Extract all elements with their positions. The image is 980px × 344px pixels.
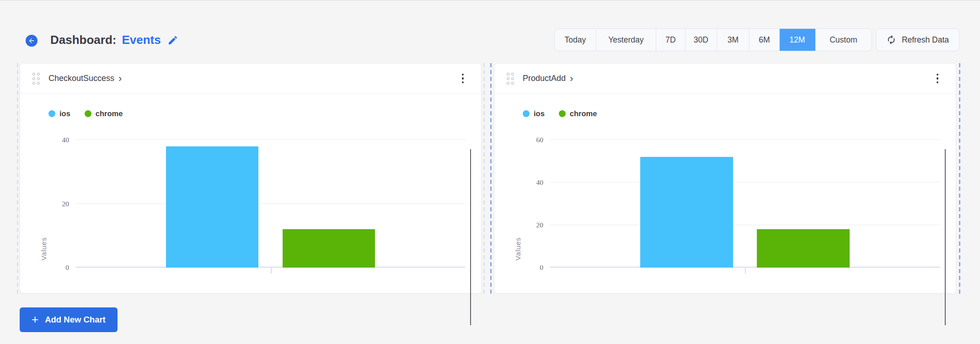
page-top-border <box>0 0 980 1</box>
chart-card-productadd: ProductAdd › ioschrome Values 0204060 <box>494 63 956 294</box>
y-tick-label: 0 <box>516 263 543 272</box>
card-title: CheckoutSuccess <box>48 74 114 83</box>
legend-item-ios[interactable]: ios <box>523 109 545 118</box>
time-range-yesterday[interactable]: Yesterday <box>596 29 656 51</box>
legend-dot-icon <box>523 110 530 117</box>
y-tick-label: 0 <box>42 263 69 272</box>
bar-chart-productadd: 0204060 <box>550 140 940 268</box>
card-title-link[interactable]: ProductAdd › <box>523 74 573 84</box>
y-axis-label: Values <box>514 237 522 260</box>
dashboard-header: Dashboard: Events <box>26 28 178 47</box>
gridline <box>550 182 940 183</box>
arrow-left-icon <box>28 37 35 44</box>
legend-dot-icon <box>85 110 91 117</box>
card-header: ProductAdd › <box>494 64 956 94</box>
legend-item-ios[interactable]: ios <box>48 109 70 118</box>
legend-item-chrome[interactable]: chrome <box>559 109 597 118</box>
chart-card-checkoutsuccess: CheckoutSuccess › ioschrome Values 02040 <box>20 63 482 294</box>
pencil-icon <box>167 35 178 46</box>
x-axis-tick <box>271 268 272 274</box>
chart-legend: ioschrome <box>523 109 956 118</box>
drag-handle-icon[interactable] <box>507 73 514 85</box>
y-tick-label: 40 <box>516 178 543 187</box>
bar-ios <box>166 146 259 268</box>
bar-chart-checkoutsuccess: 02040 <box>76 140 465 268</box>
y-tick-label: 40 <box>42 136 69 144</box>
refresh-data-label: Refresh Data <box>902 35 949 45</box>
bar-ios <box>640 157 733 268</box>
y-tick-label: 20 <box>42 200 69 208</box>
grid-separator-middle-gray <box>483 63 485 296</box>
legend-label: chrome <box>96 109 123 118</box>
card-menu-kebab-icon[interactable] <box>935 72 941 86</box>
add-new-chart-label: Add New Chart <box>45 315 106 325</box>
back-button[interactable] <box>26 35 37 47</box>
time-range-12m[interactable]: 12M <box>780 29 815 51</box>
legend-label: ios <box>534 109 545 118</box>
card-body: ioschrome Values 02040 <box>20 109 481 309</box>
legend-label: ios <box>59 109 70 118</box>
plus-icon: + <box>32 313 38 325</box>
time-range-30d[interactable]: 30D <box>685 29 717 51</box>
time-range-group: Today Yesterday 7D 30D 3M 6M 12M Custom <box>554 28 872 51</box>
gridline <box>76 140 465 140</box>
card-scrollbar[interactable] <box>470 149 471 325</box>
x-axis-tick <box>745 268 746 274</box>
grid-separator-middle-blue <box>490 63 492 296</box>
page-title-label: Dashboard: <box>50 33 116 47</box>
refresh-sync-icon <box>886 35 896 45</box>
y-axis-label: Values <box>40 237 48 260</box>
time-range-custom[interactable]: Custom <box>815 29 872 51</box>
card-title: ProductAdd <box>523 74 566 83</box>
y-tick-label: 20 <box>516 221 543 229</box>
legend-dot-icon <box>48 110 55 117</box>
page-title: Dashboard: Events <box>50 33 178 47</box>
time-range-controls: Today Yesterday 7D 30D 3M 6M 12M Custom … <box>554 28 959 51</box>
chevron-right-icon: › <box>570 74 573 84</box>
y-tick-label: 60 <box>516 136 543 144</box>
grid-separator-left <box>17 63 18 296</box>
edit-dashboard-button[interactable] <box>167 35 178 46</box>
refresh-data-button[interactable]: Refresh Data <box>876 28 959 51</box>
dashboard-name: Events <box>122 33 161 47</box>
card-title-link[interactable]: CheckoutSuccess › <box>48 74 122 84</box>
legend-dot-icon <box>559 110 566 117</box>
add-new-chart-button[interactable]: + Add New Chart <box>20 307 118 332</box>
time-range-6m[interactable]: 6M <box>750 29 780 51</box>
card-scrollbar[interactable] <box>945 149 946 325</box>
card-header: CheckoutSuccess › <box>20 64 481 94</box>
bar-chrome <box>283 229 375 268</box>
chevron-right-icon: › <box>118 74 122 84</box>
grid-separator-right <box>959 63 960 296</box>
legend-item-chrome[interactable]: chrome <box>85 109 123 118</box>
bar-chrome <box>757 229 850 268</box>
time-range-3m[interactable]: 3M <box>717 29 750 51</box>
card-menu-kebab-icon[interactable] <box>460 72 466 86</box>
gridline <box>76 204 465 204</box>
gridline <box>550 140 940 140</box>
gridline <box>550 225 940 225</box>
time-range-7d[interactable]: 7D <box>656 29 685 51</box>
legend-label: chrome <box>570 109 597 118</box>
drag-handle-icon[interactable] <box>32 73 40 85</box>
chart-legend: ioschrome <box>48 109 481 118</box>
time-range-today[interactable]: Today <box>555 29 596 51</box>
card-body: ioschrome Values 0204060 <box>494 109 956 309</box>
